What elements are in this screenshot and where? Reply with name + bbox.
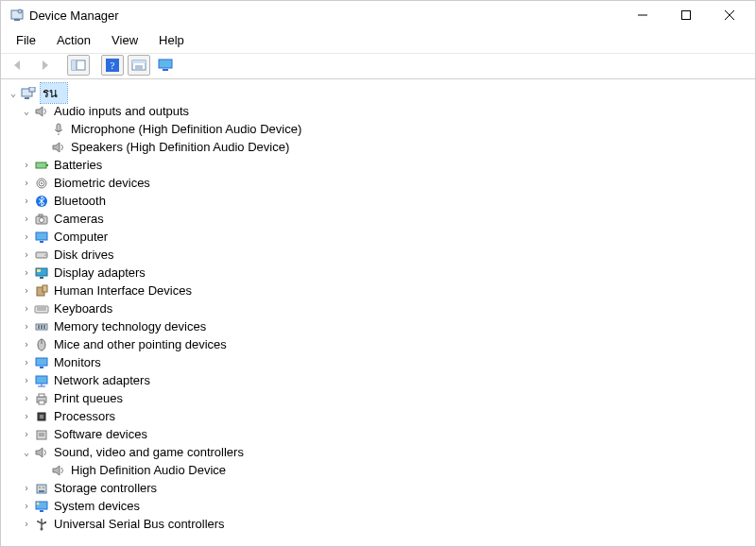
expand-toggle[interactable]: ›	[20, 483, 33, 493]
network-icon	[33, 373, 50, 388]
show-hide-console-button[interactable]	[67, 55, 90, 76]
speaker-icon	[33, 445, 50, 460]
expand-toggle[interactable]: ›	[20, 267, 33, 278]
svg-point-30	[40, 217, 44, 222]
category-node[interactable]: Batteries	[54, 158, 102, 172]
svg-point-69	[37, 502, 40, 504]
category-node[interactable]: Mice and other pointing devices	[54, 337, 227, 351]
expand-toggle[interactable]: ⌄	[20, 447, 33, 457]
menu-action[interactable]: Action	[47, 31, 100, 49]
toolbar: ?	[1, 53, 755, 79]
biometric-icon	[33, 176, 50, 191]
svg-rect-38	[37, 269, 41, 272]
expand-toggle[interactable]: ›	[20, 196, 33, 206]
properties-button[interactable]	[128, 55, 150, 76]
device-node[interactable]: Microphone (High Definition Audio Device…	[71, 122, 301, 136]
device-node[interactable]: High Definition Audio Device	[71, 463, 226, 477]
category-node[interactable]: Disk drives	[54, 248, 114, 262]
svg-rect-66	[39, 490, 44, 492]
expand-toggle[interactable]: ›	[20, 411, 33, 421]
expand-toggle[interactable]: ›	[20, 429, 33, 439]
expand-toggle[interactable]: ›	[20, 375, 33, 385]
svg-rect-19	[25, 97, 29, 99]
printer-icon	[33, 391, 50, 406]
menu-view[interactable]: View	[102, 31, 147, 49]
expand-toggle[interactable]: ›	[20, 178, 33, 188]
svg-rect-47	[43, 325, 45, 329]
expand-toggle[interactable]: ›	[20, 249, 33, 260]
category-node[interactable]: System devices	[54, 499, 140, 513]
menu-help[interactable]: Help	[149, 31, 194, 49]
device-node[interactable]: Speakers (High Definition Audio Device)	[71, 140, 289, 154]
svg-rect-68	[40, 510, 43, 512]
svg-point-35	[44, 254, 46, 256]
expand-toggle[interactable]: ›	[20, 501, 33, 511]
expand-toggle[interactable]: ›	[20, 160, 33, 170]
memory-icon	[33, 319, 50, 334]
expand-toggle[interactable]: ⌄	[20, 106, 33, 116]
svg-rect-51	[40, 367, 43, 368]
expand-toggle[interactable]: ›	[20, 357, 33, 368]
forward-button[interactable]	[33, 55, 56, 76]
svg-rect-13	[132, 60, 146, 63]
expand-toggle[interactable]: ›	[20, 231, 33, 242]
cpu-icon	[33, 409, 50, 424]
titlebar: Device Manager	[1, 1, 755, 29]
category-node[interactable]: Display adapters	[54, 265, 146, 280]
svg-rect-56	[39, 394, 44, 397]
category-node[interactable]: Software devices	[54, 427, 147, 441]
bluetooth-icon	[33, 194, 50, 209]
expand-toggle[interactable]: ›	[20, 519, 33, 529]
app-icon	[9, 8, 26, 23]
category-node[interactable]: Computer	[54, 230, 108, 244]
category-node[interactable]: Processors	[54, 409, 115, 423]
svg-rect-57	[39, 401, 44, 404]
expand-toggle[interactable]: ›	[20, 303, 33, 314]
help-button[interactable]: ?	[101, 55, 124, 76]
category-node[interactable]: Human Interface Devices	[54, 283, 192, 298]
expand-toggle[interactable]: ›	[20, 214, 33, 224]
category-node[interactable]: Monitors	[54, 355, 101, 369]
expand-toggle[interactable]: ›	[20, 339, 33, 350]
svg-rect-50	[36, 358, 47, 366]
monitor-icon	[33, 230, 50, 245]
expand-toggle[interactable]: ›	[20, 285, 33, 296]
category-node[interactable]: Biometric devices	[54, 176, 150, 190]
usb-icon	[33, 517, 50, 532]
svg-rect-23	[36, 162, 46, 168]
device-tree[interactable]: ⌄ รน ⌄Audio inputs and outputsMicrophone…	[1, 79, 755, 547]
speaker-icon	[50, 463, 67, 478]
menubar: File Action View Help	[1, 29, 755, 53]
minimize-button[interactable]	[621, 1, 664, 29]
software-icon	[33, 427, 50, 442]
svg-rect-24	[46, 164, 48, 166]
category-node[interactable]: Cameras	[54, 212, 104, 226]
close-button[interactable]	[708, 1, 751, 29]
category-node[interactable]: Storage controllers	[54, 481, 157, 495]
speaker-icon	[33, 104, 50, 119]
category-node[interactable]: Keyboards	[54, 301, 112, 316]
category-node[interactable]: Print queues	[54, 391, 123, 405]
category-node[interactable]: Bluetooth	[54, 194, 106, 208]
root-node[interactable]: รน	[41, 83, 67, 103]
category-node[interactable]: Network adapters	[54, 373, 150, 387]
category-node[interactable]: Memory technology devices	[54, 319, 206, 333]
category-node[interactable]: Audio inputs and outputs	[54, 104, 189, 118]
back-button[interactable]	[7, 55, 29, 76]
maximize-button[interactable]	[664, 1, 708, 29]
menu-file[interactable]: File	[7, 31, 45, 49]
svg-rect-75	[44, 521, 46, 523]
svg-rect-59	[40, 415, 43, 419]
category-node[interactable]: Sound, video and game controllers	[54, 445, 244, 459]
storage-icon	[33, 481, 50, 496]
expand-toggle[interactable]: ›	[20, 393, 33, 403]
expand-toggle[interactable]: ›	[20, 321, 33, 332]
category-node[interactable]: Universal Serial Bus controllers	[54, 517, 225, 531]
expand-toggle[interactable]: ⌄	[7, 88, 20, 98]
speaker-icon	[50, 140, 67, 155]
mic-icon	[50, 122, 67, 137]
svg-rect-46	[41, 325, 43, 329]
scan-hardware-button[interactable]	[154, 55, 177, 76]
computer-root-icon	[20, 86, 37, 101]
svg-rect-37	[40, 277, 43, 279]
